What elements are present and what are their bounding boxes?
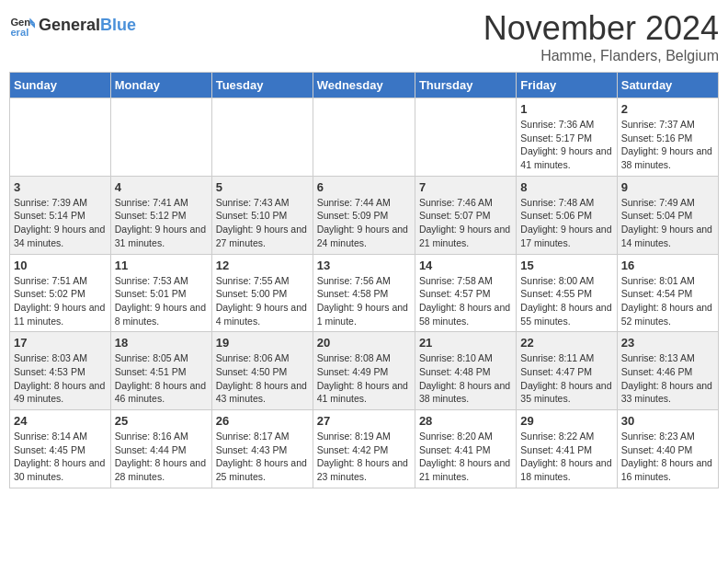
day-number: 16	[621, 259, 714, 272]
day-number: 4	[115, 180, 208, 194]
day-info: Sunrise: 7:49 AM Sunset: 5:04 PM Dayligh…	[621, 196, 714, 250]
calendar-cell: 20Sunrise: 8:08 AM Sunset: 4:49 PM Dayli…	[313, 332, 415, 410]
day-info: Sunrise: 7:56 AM Sunset: 4:58 PM Dayligh…	[317, 274, 411, 328]
calendar-cell: 27Sunrise: 8:19 AM Sunset: 4:42 PM Dayli…	[313, 410, 415, 488]
day-number: 9	[621, 180, 714, 194]
day-info: Sunrise: 8:16 AM Sunset: 4:44 PM Dayligh…	[115, 430, 208, 484]
day-info: Sunrise: 8:17 AM Sunset: 4:43 PM Dayligh…	[216, 430, 309, 484]
day-info: Sunrise: 8:14 AM Sunset: 4:45 PM Dayligh…	[14, 430, 107, 484]
day-info: Sunrise: 8:05 AM Sunset: 4:51 PM Dayligh…	[115, 351, 208, 406]
day-number: 22	[520, 336, 612, 350]
day-number: 23	[621, 336, 714, 350]
calendar-cell: 21Sunrise: 8:10 AM Sunset: 4:48 PM Dayli…	[415, 332, 516, 410]
calendar-cell: 30Sunrise: 8:23 AM Sunset: 4:40 PM Dayli…	[617, 410, 718, 488]
day-number: 8	[520, 180, 612, 194]
calendar-cell: 24Sunrise: 8:14 AM Sunset: 4:45 PM Dayli…	[10, 410, 111, 488]
calendar-cell: 23Sunrise: 8:13 AM Sunset: 4:46 PM Dayli…	[617, 332, 718, 410]
calendar-cell: 8Sunrise: 7:48 AM Sunset: 5:06 PM Daylig…	[517, 176, 617, 254]
day-info: Sunrise: 7:41 AM Sunset: 5:12 PM Dayligh…	[115, 196, 208, 250]
calendar-week-4: 17Sunrise: 8:03 AM Sunset: 4:53 PM Dayli…	[10, 332, 719, 410]
calendar-week-2: 3Sunrise: 7:39 AM Sunset: 5:14 PM Daylig…	[10, 176, 719, 254]
col-sunday: Sunday	[10, 73, 111, 98]
col-friday: Friday	[517, 73, 617, 98]
day-info: Sunrise: 7:36 AM Sunset: 5:17 PM Dayligh…	[520, 118, 612, 172]
day-number: 11	[115, 259, 208, 272]
logo-icon: Gen eral	[9, 13, 35, 39]
calendar-cell: 12Sunrise: 7:55 AM Sunset: 5:00 PM Dayli…	[211, 254, 313, 332]
calendar-header-row: Sunday Monday Tuesday Wednesday Thursday…	[10, 73, 719, 98]
calendar-cell: 26Sunrise: 8:17 AM Sunset: 4:43 PM Dayli…	[211, 410, 313, 488]
calendar-week-5: 24Sunrise: 8:14 AM Sunset: 4:45 PM Dayli…	[10, 410, 719, 488]
day-number: 15	[520, 259, 612, 272]
calendar-cell: 10Sunrise: 7:51 AM Sunset: 5:02 PM Dayli…	[10, 254, 111, 332]
month-title: November 2024	[483, 9, 719, 48]
day-info: Sunrise: 8:08 AM Sunset: 4:49 PM Dayligh…	[317, 351, 411, 406]
calendar-table: Sunday Monday Tuesday Wednesday Thursday…	[9, 72, 719, 488]
logo: Gen eral GeneralBlue	[9, 13, 136, 39]
day-number: 18	[115, 336, 208, 350]
day-number: 3	[14, 180, 107, 194]
calendar-cell: 22Sunrise: 8:11 AM Sunset: 4:47 PM Dayli…	[517, 332, 617, 410]
calendar-cell: 5Sunrise: 7:43 AM Sunset: 5:10 PM Daylig…	[211, 176, 313, 254]
calendar-cell	[415, 98, 516, 177]
location: Hamme, Flanders, Belgium	[483, 48, 719, 64]
day-number: 30	[621, 414, 714, 428]
day-number: 10	[14, 259, 107, 272]
day-info: Sunrise: 7:53 AM Sunset: 5:01 PM Dayligh…	[115, 274, 208, 328]
day-number: 2	[621, 102, 714, 116]
day-number: 6	[317, 180, 411, 194]
calendar-cell	[110, 98, 211, 177]
calendar-cell: 25Sunrise: 8:16 AM Sunset: 4:44 PM Dayli…	[110, 410, 211, 488]
calendar-cell: 13Sunrise: 7:56 AM Sunset: 4:58 PM Dayli…	[313, 254, 415, 332]
header: Gen eral GeneralBlue November 2024 Hamme…	[9, 9, 719, 64]
calendar-cell	[313, 98, 415, 177]
day-info: Sunrise: 7:39 AM Sunset: 5:14 PM Dayligh…	[14, 196, 107, 250]
calendar-cell: 2Sunrise: 7:37 AM Sunset: 5:16 PM Daylig…	[617, 98, 718, 177]
day-info: Sunrise: 8:19 AM Sunset: 4:42 PM Dayligh…	[317, 430, 411, 484]
title-block: November 2024 Hamme, Flanders, Belgium	[483, 9, 719, 64]
calendar-cell: 15Sunrise: 8:00 AM Sunset: 4:55 PM Dayli…	[517, 254, 617, 332]
calendar-cell: 7Sunrise: 7:46 AM Sunset: 5:07 PM Daylig…	[415, 176, 516, 254]
day-number: 7	[419, 180, 512, 194]
day-info: Sunrise: 8:20 AM Sunset: 4:41 PM Dayligh…	[419, 430, 512, 484]
day-number: 5	[216, 180, 309, 194]
day-info: Sunrise: 8:13 AM Sunset: 4:46 PM Dayligh…	[621, 351, 714, 406]
day-number: 19	[216, 336, 309, 350]
day-number: 17	[14, 336, 107, 350]
day-number: 25	[115, 414, 208, 428]
svg-text:Gen: Gen	[10, 17, 30, 28]
day-number: 24	[14, 414, 107, 428]
day-info: Sunrise: 8:22 AM Sunset: 4:41 PM Dayligh…	[520, 430, 612, 484]
day-number: 13	[317, 259, 411, 272]
day-info: Sunrise: 8:10 AM Sunset: 4:48 PM Dayligh…	[419, 351, 512, 406]
svg-text:eral: eral	[10, 27, 28, 38]
calendar-cell: 29Sunrise: 8:22 AM Sunset: 4:41 PM Dayli…	[517, 410, 617, 488]
day-info: Sunrise: 8:01 AM Sunset: 4:54 PM Dayligh…	[621, 274, 714, 328]
day-info: Sunrise: 7:44 AM Sunset: 5:09 PM Dayligh…	[317, 196, 411, 250]
col-saturday: Saturday	[617, 73, 718, 98]
calendar-cell: 17Sunrise: 8:03 AM Sunset: 4:53 PM Dayli…	[10, 332, 111, 410]
col-tuesday: Tuesday	[211, 73, 313, 98]
day-number: 1	[520, 102, 612, 116]
calendar-cell: 6Sunrise: 7:44 AM Sunset: 5:09 PM Daylig…	[313, 176, 415, 254]
day-info: Sunrise: 8:23 AM Sunset: 4:40 PM Dayligh…	[621, 430, 714, 484]
col-monday: Monday	[110, 73, 211, 98]
day-number: 26	[216, 414, 309, 428]
day-info: Sunrise: 7:48 AM Sunset: 5:06 PM Dayligh…	[520, 196, 612, 250]
day-number: 21	[419, 336, 512, 350]
col-thursday: Thursday	[415, 73, 516, 98]
svg-marker-3	[29, 23, 35, 29]
calendar-cell: 14Sunrise: 7:58 AM Sunset: 4:57 PM Dayli…	[415, 254, 516, 332]
col-wednesday: Wednesday	[313, 73, 415, 98]
day-info: Sunrise: 8:03 AM Sunset: 4:53 PM Dayligh…	[14, 351, 107, 406]
calendar-cell: 4Sunrise: 7:41 AM Sunset: 5:12 PM Daylig…	[110, 176, 211, 254]
day-number: 29	[520, 414, 612, 428]
day-info: Sunrise: 7:37 AM Sunset: 5:16 PM Dayligh…	[621, 118, 714, 172]
calendar-cell: 9Sunrise: 7:49 AM Sunset: 5:04 PM Daylig…	[617, 176, 718, 254]
day-info: Sunrise: 8:11 AM Sunset: 4:47 PM Dayligh…	[520, 351, 612, 406]
calendar-cell: 16Sunrise: 8:01 AM Sunset: 4:54 PM Dayli…	[617, 254, 718, 332]
svg-marker-2	[29, 18, 35, 24]
logo-text: GeneralBlue	[39, 17, 136, 35]
calendar-cell: 1Sunrise: 7:36 AM Sunset: 5:17 PM Daylig…	[517, 98, 617, 177]
day-info: Sunrise: 7:55 AM Sunset: 5:00 PM Dayligh…	[216, 274, 309, 328]
